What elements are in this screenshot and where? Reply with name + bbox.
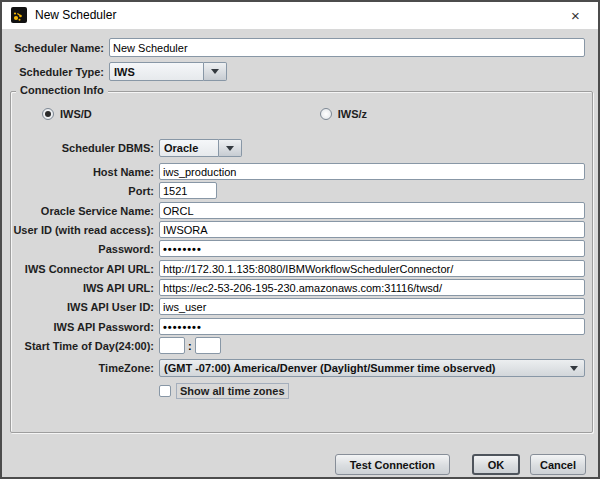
timezone-label: TimeZone:: [12, 362, 154, 374]
scheduler-type-value: IWS: [109, 62, 204, 81]
new-scheduler-dialog: New Scheduler × Scheduler Name: Schedule…: [0, 0, 600, 479]
iws-api-user-id-input[interactable]: [159, 298, 585, 315]
start-time-separator: :: [188, 340, 192, 352]
scheduler-dbms-dropdown-button[interactable]: [219, 139, 242, 157]
radio-iwsz-label: IWS/z: [338, 108, 367, 120]
oracle-service-name-label: Oracle Service Name:: [12, 205, 154, 217]
start-time-hour-input[interactable]: [159, 337, 185, 354]
test-connection-button[interactable]: Test Connection: [335, 454, 450, 475]
radio-iwsd-circle[interactable]: [42, 108, 54, 120]
scheduler-name-input[interactable]: [109, 38, 585, 57]
start-time-label: Start Time of Day(24:00):: [12, 340, 154, 352]
titlebar: New Scheduler ×: [2, 2, 598, 29]
button-row: Test Connection OK Cancel: [335, 454, 586, 475]
ok-button[interactable]: OK: [472, 454, 520, 475]
radio-iwsz-circle[interactable]: [320, 108, 332, 120]
iws-api-user-id-label: IWS API User ID:: [12, 301, 154, 313]
user-id-label: User ID (with read access):: [12, 224, 154, 236]
oracle-service-name-input[interactable]: [159, 202, 585, 219]
show-all-time-zones-label: Show all time zones: [176, 383, 289, 399]
chevron-down-icon: [226, 146, 234, 151]
timezone-combobox[interactable]: (GMT -07:00) America/Denver (Daylight/Su…: [159, 359, 585, 377]
iws-api-url-label: IWS API URL:: [12, 282, 154, 294]
scheduler-dbms-combobox[interactable]: Oracle: [159, 139, 242, 157]
show-all-time-zones-checkbox[interactable]: [159, 385, 171, 397]
port-label: Port:: [12, 185, 154, 197]
window-title: New Scheduler: [35, 8, 116, 22]
iws-api-url-input[interactable]: [159, 279, 585, 296]
port-input[interactable]: [159, 182, 217, 199]
radio-iwsd-label: IWS/D: [60, 108, 92, 120]
host-name-label: Host Name:: [12, 166, 154, 178]
scheduler-app-icon: [11, 7, 27, 23]
user-id-input[interactable]: [159, 221, 585, 238]
password-input[interactable]: [159, 240, 585, 257]
radio-iwsd[interactable]: IWS/D: [42, 108, 92, 120]
radio-iwsz[interactable]: IWS/z: [320, 108, 367, 120]
cancel-button[interactable]: Cancel: [530, 454, 586, 475]
chevron-down-icon[interactable]: [564, 366, 584, 371]
timezone-value: (GMT -07:00) America/Denver (Daylight/Su…: [160, 362, 564, 374]
host-name-input[interactable]: [159, 163, 585, 180]
password-label: Password:: [12, 243, 154, 255]
scheduler-type-dropdown-button[interactable]: [204, 62, 227, 81]
scheduler-type-combobox[interactable]: IWS: [109, 62, 227, 81]
iws-api-password-label: IWS API Password:: [12, 321, 154, 333]
iws-connector-api-url-input[interactable]: [159, 260, 585, 277]
scheduler-type-label: Scheduler Type:: [12, 66, 104, 78]
scheduler-dbms-label: Scheduler DBMS:: [12, 142, 154, 154]
chevron-down-icon: [211, 69, 219, 74]
scheduler-dbms-value: Oracle: [159, 139, 219, 157]
iws-connector-api-url-label: IWS Connector API URL:: [12, 263, 154, 275]
iws-api-password-input[interactable]: [159, 318, 585, 335]
scheduler-name-label: Scheduler Name:: [12, 42, 104, 54]
close-icon[interactable]: ×: [553, 2, 598, 29]
connection-info-title: Connection Info: [16, 84, 108, 96]
start-time-minute-input[interactable]: [195, 337, 221, 354]
